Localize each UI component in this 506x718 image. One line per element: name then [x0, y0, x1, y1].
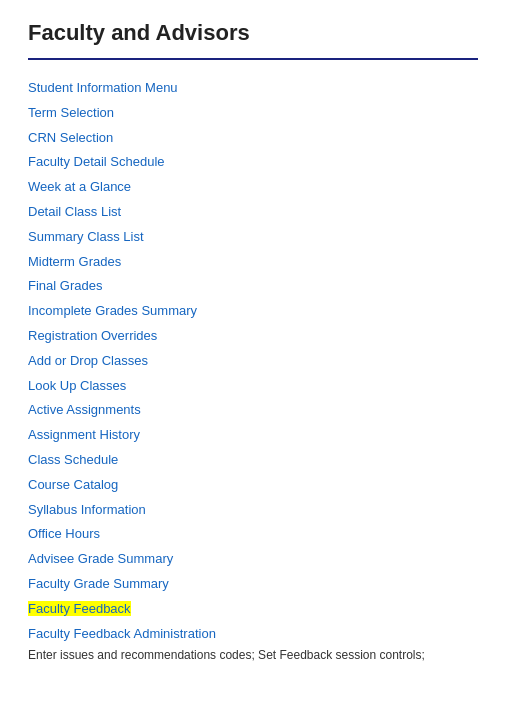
list-item: Week at a Glance	[28, 177, 478, 198]
list-item: CRN Selection	[28, 128, 478, 149]
list-item: Syllabus Information	[28, 500, 478, 521]
nav-link-advisee-grade-summary[interactable]: Advisee Grade Summary	[28, 551, 173, 566]
list-item: Student Information Menu	[28, 78, 478, 99]
nav-link-faculty-feedback-administration[interactable]: Faculty Feedback Administration	[28, 626, 216, 641]
list-item: Incomplete Grades Summary	[28, 301, 478, 322]
nav-link-term-selection[interactable]: Term Selection	[28, 105, 114, 120]
nav-link-week-at-a-glance[interactable]: Week at a Glance	[28, 179, 131, 194]
title-divider	[28, 58, 478, 60]
nav-link-office-hours[interactable]: Office Hours	[28, 526, 100, 541]
nav-link-student-information-menu[interactable]: Student Information Menu	[28, 80, 178, 95]
nav-link-look-up-classes[interactable]: Look Up Classes	[28, 378, 126, 393]
nav-link-registration-overrides[interactable]: Registration Overrides	[28, 328, 157, 343]
faculty-advisors-nav: Student Information MenuTerm SelectionCR…	[28, 78, 478, 666]
list-item: Summary Class List	[28, 227, 478, 248]
nav-link-active-assignments[interactable]: Active Assignments	[28, 402, 141, 417]
list-item: Final Grades	[28, 276, 478, 297]
nav-link-syllabus-information[interactable]: Syllabus Information	[28, 502, 146, 517]
page-title: Faculty and Advisors	[28, 20, 478, 46]
list-item: Detail Class List	[28, 202, 478, 223]
nav-link-course-catalog[interactable]: Course Catalog	[28, 477, 118, 492]
list-item: Look Up Classes	[28, 376, 478, 397]
list-item: Midterm Grades	[28, 252, 478, 273]
nav-link-add-or-drop-classes[interactable]: Add or Drop Classes	[28, 353, 148, 368]
nav-link-summary-class-list[interactable]: Summary Class List	[28, 229, 144, 244]
list-item: Assignment History	[28, 425, 478, 446]
nav-link-final-grades[interactable]: Final Grades	[28, 278, 102, 293]
faculty-feedback-admin-description: Enter issues and recommendations codes; …	[28, 646, 478, 665]
list-item: Office Hours	[28, 524, 478, 545]
list-item: Course Catalog	[28, 475, 478, 496]
nav-link-faculty-detail-schedule[interactable]: Faculty Detail Schedule	[28, 154, 165, 169]
list-item: Faculty Detail Schedule	[28, 152, 478, 173]
nav-link-detail-class-list[interactable]: Detail Class List	[28, 204, 121, 219]
nav-link-faculty-feedback[interactable]: Faculty Feedback	[28, 601, 131, 616]
nav-link-midterm-grades[interactable]: Midterm Grades	[28, 254, 121, 269]
list-item: Active Assignments	[28, 400, 478, 421]
list-item: Class Schedule	[28, 450, 478, 471]
list-item: Registration Overrides	[28, 326, 478, 347]
list-item: Term Selection	[28, 103, 478, 124]
list-item: Faculty Feedback AdministrationEnter iss…	[28, 624, 478, 666]
nav-link-class-schedule[interactable]: Class Schedule	[28, 452, 118, 467]
nav-link-assignment-history[interactable]: Assignment History	[28, 427, 140, 442]
list-item: Faculty Feedback	[28, 599, 478, 620]
nav-link-crn-selection[interactable]: CRN Selection	[28, 130, 113, 145]
list-item: Advisee Grade Summary	[28, 549, 478, 570]
nav-link-faculty-grade-summary[interactable]: Faculty Grade Summary	[28, 576, 169, 591]
list-item: Add or Drop Classes	[28, 351, 478, 372]
nav-link-incomplete-grades-summary[interactable]: Incomplete Grades Summary	[28, 303, 197, 318]
list-item: Faculty Grade Summary	[28, 574, 478, 595]
